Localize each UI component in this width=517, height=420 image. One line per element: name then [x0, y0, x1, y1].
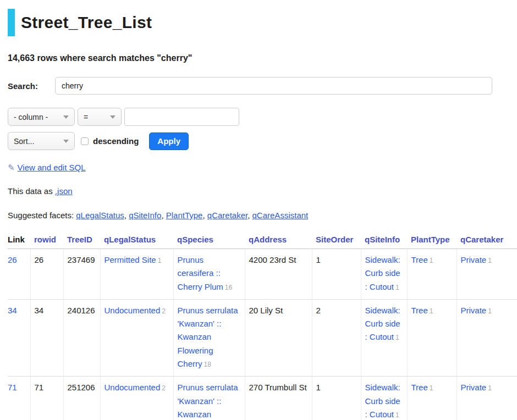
cell-link-Link[interactable]: 34 [8, 306, 17, 315]
cell-Link: 26 [8, 249, 30, 300]
column-header-link-qCaretaker[interactable]: qCaretaker [460, 235, 503, 244]
filter-row: - column - = [8, 108, 517, 126]
column-header-qSiteInfo: qSiteInfo [361, 233, 407, 249]
filter-value-input[interactable] [124, 108, 239, 126]
search-input[interactable] [55, 77, 492, 95]
descending-label: descending [93, 136, 139, 146]
cell-link-qCaretaker[interactable]: Private [461, 383, 487, 392]
column-header-link-qSpecies[interactable]: qSpecies [177, 235, 213, 244]
cell-Link: 71 [8, 377, 30, 420]
cell-rowid: 71 [30, 377, 63, 420]
table-row: 2626237469Permitted Site1Prunus cerasife… [8, 249, 517, 300]
cell-qSpecies: Prunus serrulata 'Kwanzan' :: Kwanzan Fl… [173, 299, 245, 376]
facet-count: 1 [430, 384, 433, 392]
cell-link-qCaretaker[interactable]: Private [461, 255, 487, 264]
facet-count: 2 [162, 307, 166, 315]
facet-link-qCareAssistant[interactable]: qCareAssistant [252, 211, 309, 220]
cell-SiteOrder: 1 [312, 377, 361, 420]
operator-select-value: = [84, 113, 88, 121]
cell-qLegalStatus: Undocumented2 [100, 377, 173, 420]
column-header-link-qAddress[interactable]: qAddress [249, 235, 287, 244]
facet-count: 1 [430, 307, 433, 315]
cell-rowid: 26 [30, 249, 63, 300]
facet-count: 1 [488, 307, 492, 315]
cell-link-qSpecies[interactable]: Prunus cerasifera :: Cherry Plum [178, 255, 223, 291]
cell-qSpecies: Prunus cerasifera :: Cherry Plum16 [173, 249, 245, 300]
column-header-link-TreeID[interactable]: TreeID [67, 235, 92, 244]
page-title: Street_Tree_List [21, 13, 152, 32]
cell-TreeID: 240126 [63, 299, 100, 376]
column-header-link-qLegalStatus[interactable]: qLegalStatus [104, 235, 156, 244]
chevron-down-icon [63, 140, 69, 143]
accent-bar [8, 9, 15, 36]
cell-TreeID: 237469 [63, 249, 100, 300]
cell-qSiteInfo: Sidewalk: Curb side : Cutout1 [361, 377, 407, 420]
cell-qLegalStatus: Permitted Site1 [100, 249, 173, 300]
cell-link-qLegalStatus[interactable]: Undocumented [105, 383, 161, 392]
cell-link-PlantType[interactable]: Tree [411, 306, 428, 315]
view-edit-sql-link[interactable]: View and edit SQL [18, 163, 86, 172]
facet-count: 1 [395, 411, 399, 419]
column-header-link-SiteOrder[interactable]: SiteOrder [316, 235, 353, 244]
descending-checkbox[interactable] [81, 137, 89, 145]
column-header-qCaretaker: qCaretaker [457, 233, 517, 249]
cell-qCaretaker: Private1 [457, 249, 517, 300]
table-header-row: LinkrowidTreeIDqLegalStatusqSpeciesqAddr… [8, 233, 517, 249]
page-header: Street_Tree_List [8, 9, 517, 36]
column-header-rowid: rowid [30, 233, 63, 249]
operator-select[interactable]: = [78, 108, 122, 126]
data-as-prefix: This data as [8, 186, 55, 196]
cell-link-Link[interactable]: 71 [8, 383, 17, 392]
cell-link-qSpecies[interactable]: Prunus serrulata 'Kwanzan' :: Kwanzan Fl… [178, 383, 238, 420]
cell-link-PlantType[interactable]: Tree [411, 383, 428, 392]
sort-select[interactable]: Sort... [8, 132, 75, 150]
cell-qSiteInfo: Sidewalk: Curb side : Cutout1 [361, 249, 407, 300]
cell-rowid: 34 [30, 299, 63, 376]
search-row: Search: [8, 77, 492, 95]
cell-link-qSpecies[interactable]: Prunus serrulata 'Kwanzan' :: Kwanzan Fl… [178, 306, 238, 368]
cell-qSiteInfo: Sidewalk: Curb side : Cutout1 [361, 299, 407, 376]
column-header-qAddress: qAddress [245, 233, 312, 249]
cell-SiteOrder: 2 [312, 299, 361, 376]
column-select[interactable]: - column - [8, 108, 75, 126]
cell-qLegalStatus: Undocumented2 [100, 299, 173, 376]
column-header-SiteOrder: SiteOrder [312, 233, 361, 249]
facet-count: 1 [488, 257, 492, 264]
cell-qAddress: 270 Trumbull St [245, 377, 312, 420]
cell-link-Link[interactable]: 26 [8, 255, 17, 264]
sort-select-value: Sort... [14, 137, 34, 146]
facet-count: 1 [430, 257, 433, 264]
cell-qCaretaker: Private1 [457, 299, 517, 376]
column-header-link-rowid[interactable]: rowid [34, 235, 56, 244]
facet-link-qLegalStatus[interactable]: qLegalStatus [76, 211, 124, 220]
cell-link-qLegalStatus[interactable]: Permitted Site [105, 255, 156, 264]
cell-link-qCaretaker[interactable]: Private [461, 306, 487, 315]
cell-link-qLegalStatus[interactable]: Undocumented [105, 306, 161, 315]
table-body: 2626237469Permitted Site1Prunus cerasife… [8, 249, 517, 420]
cell-qSpecies: Prunus serrulata 'Kwanzan' :: Kwanzan Fl… [173, 377, 245, 420]
cell-PlantType: Tree1 [407, 377, 457, 420]
facet-link-qCaretaker[interactable]: qCaretaker [207, 211, 248, 220]
cell-TreeID: 251206 [63, 377, 100, 420]
pencil-icon: ✎ [8, 163, 15, 173]
cell-link-PlantType[interactable]: Tree [411, 255, 428, 264]
cell-qCaretaker: Private1 [457, 377, 517, 420]
column-header-link-qSiteInfo[interactable]: qSiteInfo [365, 235, 400, 244]
facet-count: 1 [395, 334, 399, 341]
suggested-facets-links: qLegalStatus, qSiteInfo, PlantType, qCar… [76, 211, 308, 220]
chevron-down-icon [63, 115, 69, 119]
column-header-PlantType: PlantType [407, 233, 457, 249]
facet-count: 18 [204, 361, 211, 368]
cell-PlantType: Tree1 [407, 249, 457, 300]
cell-SiteOrder: 1 [312, 249, 361, 300]
facet-link-qSiteInfo[interactable]: qSiteInfo [129, 211, 161, 220]
data-as-links: .json [55, 186, 73, 196]
sort-row: Sort... descending Apply [8, 132, 517, 150]
column-header-link-PlantType[interactable]: PlantType [411, 235, 450, 244]
table-row: 3434240126Undocumented2Prunus serrulata … [8, 299, 517, 376]
facet-link-PlantType[interactable]: PlantType [166, 211, 203, 220]
apply-button[interactable]: Apply [149, 132, 189, 150]
data-as-link-json[interactable]: .json [55, 186, 73, 196]
column-select-value: - column - [14, 113, 48, 121]
facet-count: 1 [488, 384, 492, 392]
